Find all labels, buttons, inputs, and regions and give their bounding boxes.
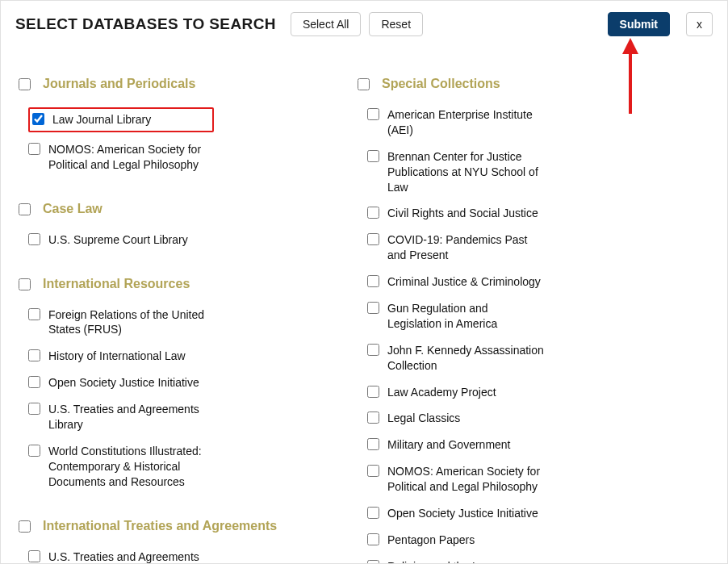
item-label: Open Society Justice Initiative: [48, 375, 199, 391]
section-case-law: Case Law U.S. Supreme Court Library: [15, 202, 322, 248]
item-label: Law Journal Library: [52, 112, 151, 127]
item-checkbox[interactable]: [28, 233, 40, 245]
section-checkbox-special[interactable]: [358, 78, 370, 90]
item-label: Military and Government: [387, 437, 511, 453]
section-checkbox-case-law[interactable]: [19, 203, 31, 215]
list-item[interactable]: Civil Rights and Social Justice: [367, 206, 545, 221]
list-item[interactable]: COVID-19: Pandemics Past and Present: [367, 232, 545, 263]
item-checkbox[interactable]: [32, 113, 44, 125]
section-journals: Journals and Periodicals Law Journal Lib…: [15, 77, 322, 173]
section-title: Special Collections: [382, 77, 500, 91]
item-checkbox[interactable]: [28, 143, 40, 155]
select-all-button[interactable]: Select All: [291, 12, 362, 36]
item-label: NOMOS: American Society for Political an…: [48, 142, 214, 173]
section-title: International Treaties and Agreements: [43, 519, 277, 533]
section-title: International Resources: [43, 277, 190, 291]
item-checkbox[interactable]: [367, 533, 379, 545]
item-label: John F. Kennedy Assassination Collection: [387, 343, 545, 374]
section-intl-treaties: International Treaties and Agreements U.…: [15, 519, 322, 563]
item-label: Religion and the Law: [387, 559, 493, 563]
scrollable-content[interactable]: SELECT DATABASES TO SEARCH Select All Re…: [1, 1, 727, 563]
section-special-collections: Special Collections American Enterprise …: [354, 77, 661, 563]
item-label: U.S. Treaties and Agreements Library: [48, 402, 214, 432]
item-checkbox[interactable]: [28, 403, 40, 415]
item-label: Brennan Center for Justice Publications …: [387, 149, 545, 195]
list-item[interactable]: U.S. Treaties and Agreements Library: [28, 402, 214, 432]
list-item[interactable]: U.S. Supreme Court Library: [28, 232, 214, 248]
list-item[interactable]: Religion and the Law: [367, 559, 545, 563]
list-item[interactable]: American Enterprise Institute (AEI): [367, 107, 545, 138]
item-checkbox[interactable]: [367, 150, 379, 162]
page-title: SELECT DATABASES TO SEARCH: [15, 15, 276, 33]
list-item[interactable]: Brennan Center for Justice Publications …: [367, 149, 545, 195]
section-international-resources: International Resources Foreign Relation…: [15, 277, 322, 490]
submit-button[interactable]: Submit: [608, 12, 670, 36]
item-checkbox[interactable]: [28, 445, 40, 457]
item-label: NOMOS: American Society for Political an…: [387, 464, 545, 495]
list-item[interactable]: Military and Government: [367, 437, 545, 453]
list-item[interactable]: John F. Kennedy Assassination Collection: [367, 343, 545, 374]
reset-button[interactable]: Reset: [369, 12, 423, 36]
list-item[interactable]: Open Society Justice Initiative: [367, 506, 545, 521]
item-label: History of International Law: [48, 349, 186, 364]
list-item[interactable]: NOMOS: American Society for Political an…: [367, 464, 545, 495]
list-item[interactable]: World Constitutions Illustrated: Contemp…: [28, 444, 214, 490]
list-item[interactable]: NOMOS: American Society for Political an…: [28, 142, 214, 173]
arrow-head-icon: [622, 38, 638, 54]
section-title: Case Law: [43, 202, 103, 216]
item-label: Civil Rights and Social Justice: [387, 206, 538, 221]
section-checkbox-intl-resources[interactable]: [19, 278, 31, 290]
right-column: Special Collections American Enterprise …: [354, 77, 661, 563]
header-row: SELECT DATABASES TO SEARCH Select All Re…: [15, 12, 713, 36]
highlight-box: Law Journal Library: [28, 107, 214, 132]
item-label: U.S. Supreme Court Library: [48, 232, 188, 248]
section-title: Journals and Periodicals: [43, 77, 195, 91]
item-checkbox[interactable]: [367, 560, 379, 563]
item-label: Legal Classics: [387, 411, 460, 426]
item-checkbox[interactable]: [367, 344, 379, 356]
arrow-line-icon: [629, 54, 632, 114]
list-item[interactable]: Law Journal Library: [32, 112, 210, 127]
item-label: Open Society Justice Initiative: [387, 506, 538, 521]
item-checkbox[interactable]: [367, 507, 379, 519]
item-checkbox[interactable]: [28, 376, 40, 388]
list-item[interactable]: U.S. Treaties and Agreements Library: [28, 549, 214, 563]
item-checkbox[interactable]: [367, 386, 379, 398]
item-checkbox[interactable]: [28, 550, 40, 562]
item-label: Gun Regulation and Legislation in Americ…: [387, 301, 545, 332]
item-label: Foreign Relations of the United States (…: [48, 307, 214, 338]
list-item[interactable]: Criminal Justice & Criminology: [367, 274, 545, 290]
section-checkbox-journals[interactable]: [19, 78, 31, 90]
left-column: Journals and Periodicals Law Journal Lib…: [15, 77, 322, 563]
item-label: Law Academy Project: [387, 385, 496, 400]
list-item[interactable]: Foreign Relations of the United States (…: [28, 307, 214, 338]
item-label: U.S. Treaties and Agreements Library: [48, 549, 214, 563]
item-checkbox[interactable]: [367, 108, 379, 120]
item-label: World Constitutions Illustrated: Contemp…: [48, 444, 214, 490]
item-checkbox[interactable]: [367, 233, 379, 245]
item-checkbox[interactable]: [367, 438, 379, 450]
item-label: Pentagon Papers: [387, 533, 475, 548]
item-checkbox[interactable]: [367, 412, 379, 424]
item-checkbox[interactable]: [367, 207, 379, 219]
list-item[interactable]: Open Society Justice Initiative: [28, 375, 214, 391]
list-item[interactable]: History of International Law: [28, 349, 214, 364]
list-item[interactable]: Law Academy Project: [367, 385, 545, 400]
close-button[interactable]: x: [686, 12, 713, 36]
list-item[interactable]: Pentagon Papers: [367, 533, 545, 548]
item-checkbox[interactable]: [28, 349, 40, 361]
item-checkbox[interactable]: [367, 465, 379, 477]
item-checkbox[interactable]: [367, 275, 379, 287]
list-item[interactable]: Legal Classics: [367, 411, 545, 426]
list-item[interactable]: Gun Regulation and Legislation in Americ…: [367, 301, 545, 332]
section-checkbox-intl-treaties[interactable]: [19, 520, 31, 533]
item-label: American Enterprise Institute (AEI): [387, 107, 545, 138]
item-checkbox[interactable]: [367, 302, 379, 314]
item-label: COVID-19: Pandemics Past and Present: [387, 232, 545, 263]
item-label: Criminal Justice & Criminology: [387, 274, 541, 290]
annotation-arrow-icon: [622, 38, 638, 114]
item-checkbox[interactable]: [28, 308, 40, 320]
